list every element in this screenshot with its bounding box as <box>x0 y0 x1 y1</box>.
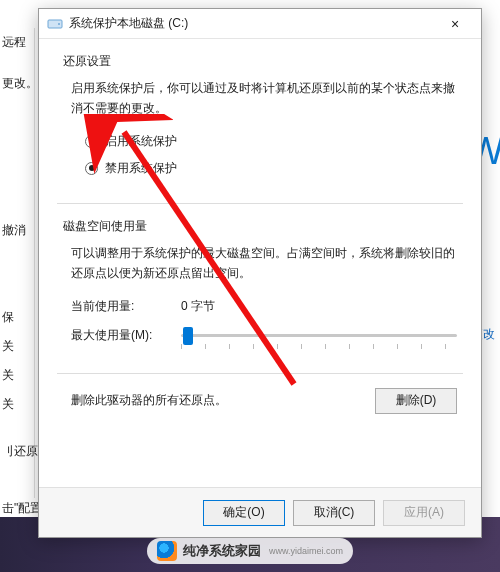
drive-icon <box>47 16 63 32</box>
close-icon: × <box>451 16 459 32</box>
close-button[interactable]: × <box>435 10 475 38</box>
bg-text: 关 <box>0 332 34 361</box>
dialog-title: 系统保护本地磁盘 (C:) <box>69 15 435 32</box>
dialog-content: 还原设置 启用系统保护后，你可以通过及时将计算机还原到以前的某个状态点来撤消不需… <box>39 39 481 487</box>
delete-row: 删除此驱动器的所有还原点。 删除(D) <box>71 388 457 414</box>
disk-description: 可以调整用于系统保护的最大磁盘空间。占满空间时，系统将删除较旧的还原点以便为新还… <box>71 243 457 284</box>
radio-icon <box>85 162 98 175</box>
watermark: 纯净系统家园 www.yidaimei.com <box>147 538 353 564</box>
disable-protection-option[interactable]: 禁用系统保护 <box>85 160 457 177</box>
bg-text: 关 <box>0 390 34 419</box>
radio-label: 启用系统保护 <box>105 133 177 150</box>
bg-text: 远程 <box>0 28 34 57</box>
bg-text: 保 <box>0 303 34 332</box>
background-left-panel: 远程 更改。 撤消 保 关 关 关 刂还原 击"配置 <box>0 28 35 498</box>
slider-thumb[interactable] <box>183 327 193 345</box>
watermark-icon <box>157 541 177 561</box>
slider-ticks <box>181 344 457 349</box>
max-usage-label: 最大使用量(M): <box>71 327 181 344</box>
radio-label: 禁用系统保护 <box>105 160 177 177</box>
watermark-name: 纯净系统家园 <box>183 542 261 560</box>
delete-button[interactable]: 删除(D) <box>375 388 457 414</box>
current-usage-value: 0 字节 <box>181 298 215 315</box>
max-usage-row: 最大使用量(M): <box>71 325 457 347</box>
system-protection-dialog: 系统保护本地磁盘 (C:) × 还原设置 启用系统保护后，你可以通过及时将计算机… <box>38 8 482 538</box>
divider <box>57 373 463 374</box>
max-usage-slider[interactable] <box>181 325 457 347</box>
apply-button[interactable]: 应用(A) <box>383 500 465 526</box>
watermark-url: www.yidaimei.com <box>269 546 343 556</box>
enable-protection-option[interactable]: 启用系统保护 <box>85 133 457 150</box>
restore-heading: 还原设置 <box>63 53 457 70</box>
svg-point-1 <box>58 23 60 25</box>
bg-text: 更改。 <box>0 69 34 98</box>
current-usage-label: 当前使用量: <box>71 298 181 315</box>
titlebar: 系统保护本地磁盘 (C:) × <box>39 9 481 39</box>
restore-description: 启用系统保护后，你可以通过及时将计算机还原到以前的某个状态点来撤消不需要的更改。 <box>71 78 457 119</box>
divider <box>57 203 463 204</box>
protection-radio-group: 启用系统保护 禁用系统保护 <box>85 133 457 177</box>
bg-text: 关 <box>0 361 34 390</box>
current-usage-row: 当前使用量: 0 字节 <box>71 298 457 315</box>
bg-text: 刂还原 <box>0 437 34 466</box>
radio-icon <box>85 135 98 148</box>
ok-button[interactable]: 确定(O) <box>203 500 285 526</box>
bg-text: 撤消 <box>0 216 34 245</box>
slider-track <box>181 334 457 337</box>
disk-heading: 磁盘空间使用量 <box>63 218 457 235</box>
delete-description: 删除此驱动器的所有还原点。 <box>71 392 359 409</box>
dialog-footer: 确定(O) 取消(C) 应用(A) <box>39 487 481 537</box>
background-right-panel: OW <box>480 0 500 500</box>
cancel-button[interactable]: 取消(C) <box>293 500 375 526</box>
